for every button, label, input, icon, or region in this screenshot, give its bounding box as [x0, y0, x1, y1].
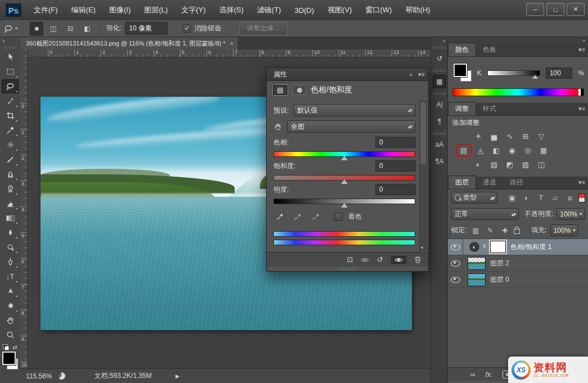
- lock-all-icon[interactable]: [514, 229, 520, 234]
- new-selection-button[interactable]: ■: [30, 22, 43, 35]
- black-white-icon[interactable]: ◧: [490, 145, 503, 156]
- posterize-icon[interactable]: ▨: [487, 159, 501, 170]
- opacity-field[interactable]: 100% ▾: [556, 208, 585, 220]
- pen-tool[interactable]: [2, 255, 19, 269]
- exposure-icon[interactable]: ⊞: [519, 131, 532, 142]
- lock-position-icon[interactable]: ✚: [499, 227, 510, 235]
- intersect-selection-button[interactable]: ◧: [80, 22, 94, 35]
- invert-icon[interactable]: ◐: [472, 159, 485, 170]
- rectangular-marquee-tool[interactable]: [2, 65, 19, 79]
- path-selection-tool[interactable]: ➤: [2, 284, 19, 298]
- foreground-color-swatch[interactable]: [2, 352, 16, 365]
- gradient-tool[interactable]: [2, 211, 19, 225]
- tab-properties[interactable]: 属性: [270, 70, 290, 79]
- tool-preset-lasso-icon[interactable]: ▾: [3, 24, 17, 34]
- hue-slider[interactable]: [273, 151, 415, 157]
- dodge-tool[interactable]: [2, 240, 19, 254]
- panel-menu-icon[interactable]: ▾≡: [578, 105, 585, 112]
- lock-pixels-icon[interactable]: ✎: [484, 227, 496, 235]
- slider-thumb[interactable]: [341, 156, 348, 160]
- properties-panel-icon[interactable]: ▦: [433, 75, 446, 88]
- layer-name[interactable]: 色相/饱和度 1: [510, 242, 551, 252]
- custom-shape-tool[interactable]: [2, 299, 19, 313]
- horizontal-ruler[interactable]: 0123456789101112131415: [28, 49, 430, 57]
- spot-healing-brush-tool[interactable]: [2, 138, 19, 152]
- filter-adjustment-layers-icon[interactable]: ◐: [521, 194, 532, 202]
- type-tool[interactable]: ↓T: [2, 269, 19, 283]
- panel-menu-icon[interactable]: ▾≡: [418, 71, 425, 78]
- character-panel-icon[interactable]: A|: [433, 98, 446, 111]
- k-value-field[interactable]: 100: [546, 67, 572, 79]
- move-tool[interactable]: [2, 50, 19, 64]
- brightness-contrast-icon[interactable]: ☀: [472, 131, 485, 142]
- dock-grip[interactable]: [433, 132, 446, 135]
- menu-item[interactable]: 窗口(W): [358, 5, 398, 15]
- zoom-level[interactable]: 115.56%: [26, 372, 52, 380]
- tab-swatches[interactable]: 色板: [476, 43, 503, 56]
- document-tab-close-icon[interactable]: ×: [230, 40, 234, 47]
- tab-layers[interactable]: 图层: [448, 175, 476, 189]
- filter-toggle-switch[interactable]: [578, 193, 585, 202]
- dock-grip[interactable]: [433, 69, 446, 72]
- swap-colors-icon[interactable]: ⇄: [12, 344, 17, 350]
- layer-filter-select[interactable]: 类型 ▴▾: [451, 192, 497, 204]
- layer-row-0[interactable]: 图层 0: [448, 272, 588, 288]
- reset-adjustment-icon[interactable]: ↺: [377, 255, 383, 264]
- menu-item[interactable]: 选择(S): [212, 5, 250, 15]
- layer-row-2[interactable]: 图层 2: [448, 255, 588, 272]
- preset-select[interactable]: 默认值 ▴▾: [293, 104, 416, 116]
- threshold-icon[interactable]: ◩: [503, 159, 517, 170]
- view-previous-state-icon[interactable]: [361, 257, 369, 263]
- paragraph-styles-panel-icon[interactable]: ¶A: [433, 155, 446, 168]
- toggle-visibility-eye-icon[interactable]: [391, 256, 406, 264]
- hue-saturation-adjustment-icon[interactable]: ▤: [272, 84, 288, 96]
- history-panel-icon[interactable]: ↺: [433, 52, 446, 65]
- efficiency-pie-icon[interactable]: [57, 372, 66, 380]
- collapse-panel-icon[interactable]: »: [409, 71, 412, 78]
- dock-grip[interactable]: [433, 46, 446, 49]
- dock-grip[interactable]: [433, 92, 446, 95]
- gradient-map-icon[interactable]: ▧: [519, 159, 532, 170]
- k-slider[interactable]: [487, 70, 540, 76]
- targeted-adjustment-icon[interactable]: [273, 122, 282, 131]
- color-swatches[interactable]: [454, 64, 472, 83]
- curves-icon[interactable]: ∿: [503, 131, 517, 142]
- filter-type-layers-icon[interactable]: T: [536, 194, 547, 202]
- paragraph-panel-icon[interactable]: ¶: [433, 115, 446, 128]
- adjustment-layer-badge-icon[interactable]: ◐: [469, 241, 480, 253]
- history-brush-tool[interactable]: [2, 182, 19, 196]
- subtract-selection-button[interactable]: ⊟: [64, 22, 77, 35]
- vibrance-icon[interactable]: ▽: [535, 131, 548, 142]
- lightness-slider[interactable]: [273, 199, 415, 204]
- add-to-selection-button[interactable]: ◫: [47, 22, 60, 35]
- lock-transparency-icon[interactable]: ▨: [470, 227, 481, 235]
- menu-item[interactable]: 3D(D): [288, 6, 321, 15]
- eyedropper-plus-icon[interactable]: [291, 211, 304, 222]
- layer-visibility-toggle[interactable]: [448, 272, 463, 287]
- menu-item[interactable]: 图层(L): [137, 5, 174, 15]
- tab-channels[interactable]: 通道: [476, 176, 503, 189]
- tab-styles[interactable]: 样式: [476, 102, 503, 115]
- menu-item[interactable]: 图像(I): [102, 5, 137, 15]
- menu-item[interactable]: 文件(F): [27, 5, 65, 15]
- panel-resize-grip[interactable]: [340, 268, 355, 271]
- feather-input[interactable]: 10 像素: [125, 22, 168, 35]
- saturation-slider[interactable]: [273, 175, 415, 181]
- photo-filter-icon[interactable]: ◉: [505, 145, 519, 156]
- restore-button[interactable]: □: [546, 3, 564, 16]
- scrollbar-thumb[interactable]: [420, 102, 426, 165]
- toolbar-collapse-icon[interactable]: »: [0, 37, 20, 44]
- layer-thumbnail[interactable]: [468, 273, 486, 286]
- layer-name[interactable]: 图层 2: [490, 259, 509, 268]
- panel-menu-icon[interactable]: ▾≡: [578, 179, 585, 186]
- delete-adjustment-icon[interactable]: [414, 256, 421, 264]
- levels-icon[interactable]: ▅: [487, 131, 501, 142]
- quick-selection-tool[interactable]: [2, 94, 19, 108]
- status-expand-icon[interactable]: ►: [174, 372, 181, 380]
- filter-pixel-layers-icon[interactable]: ▣: [506, 194, 518, 202]
- mask-link-icon[interactable]: ∞: [482, 244, 488, 250]
- layer-mask-icon[interactable]: [293, 85, 306, 95]
- properties-panel-header[interactable]: 属性 » ▾≡: [267, 68, 428, 81]
- layer-thumbnail[interactable]: [468, 257, 486, 270]
- link-layers-icon[interactable]: ∞: [470, 371, 475, 379]
